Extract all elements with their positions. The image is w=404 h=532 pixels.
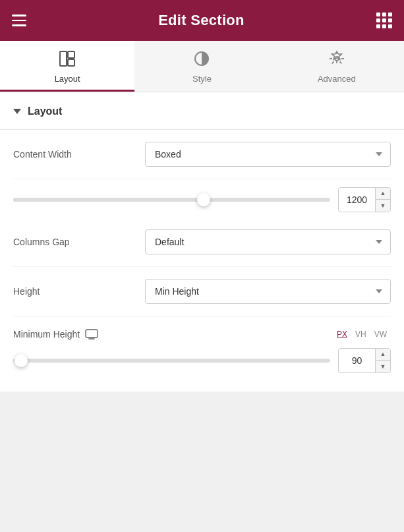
- columns-gap-control: Default No Gap Narrow Extended Wide Wide…: [145, 229, 391, 254]
- columns-gap-label: Columns Gap: [13, 237, 145, 247]
- section-heading: Layout: [0, 92, 404, 130]
- section-heading-title: Layout: [28, 105, 62, 117]
- svg-rect-0: [60, 51, 67, 66]
- min-height-label-row: Minimum Height PX VH VW: [13, 316, 391, 340]
- width-slider-thumb[interactable]: [197, 193, 210, 206]
- svg-rect-1: [68, 51, 74, 58]
- width-spinner-down[interactable]: ▼: [376, 200, 390, 212]
- content-width-row: Content Width Boxed Full Width: [13, 130, 391, 179]
- tab-style-label: Style: [192, 74, 212, 84]
- min-height-slider-track: [13, 359, 330, 363]
- width-slider-track: [13, 198, 330, 202]
- min-height-slider-container: 90 ▲ ▼: [13, 348, 391, 373]
- tab-bar: Layout Style Advanced: [0, 41, 404, 92]
- content-width-select[interactable]: Boxed Full Width: [145, 142, 391, 167]
- min-height-spinner-up[interactable]: ▲: [376, 349, 390, 361]
- style-icon: [193, 50, 210, 70]
- menu-button[interactable]: [12, 15, 26, 26]
- tab-style[interactable]: Style: [134, 41, 269, 92]
- min-height-spinners: ▲ ▼: [375, 349, 390, 372]
- header: Edit Section: [0, 0, 404, 41]
- svg-rect-2: [68, 59, 74, 66]
- min-height-spinner-down[interactable]: ▼: [376, 361, 390, 372]
- width-number-input[interactable]: 1200: [339, 189, 375, 210]
- width-spinners: ▲ ▼: [375, 188, 390, 212]
- min-height-slider-row: 90 ▲ ▼: [13, 340, 391, 378]
- advanced-icon: [328, 50, 345, 70]
- tab-layout-label: Layout: [55, 74, 80, 84]
- hamburger-icon: [12, 15, 26, 26]
- width-spinner-up[interactable]: ▲: [376, 188, 390, 200]
- min-height-label: Minimum Height: [13, 329, 98, 340]
- page-title: Edit Section: [158, 12, 245, 29]
- min-height-slider-thumb[interactable]: [14, 354, 28, 367]
- width-number-input-group: 1200 ▲ ▼: [338, 187, 391, 212]
- content-width-control: Boxed Full Width: [145, 142, 391, 167]
- content-width-label: Content Width: [13, 149, 145, 160]
- apps-button[interactable]: [376, 13, 392, 28]
- unit-vw[interactable]: VW: [370, 328, 391, 340]
- grid-icon: [376, 13, 392, 28]
- width-slider-container: 1200 ▲ ▼: [13, 187, 391, 212]
- content-area: Content Width Boxed Full Width 1200 ▲ ▼: [0, 130, 404, 392]
- min-height-number-input-group: 90 ▲ ▼: [338, 348, 391, 373]
- columns-gap-select[interactable]: Default No Gap Narrow Extended Wide Wide…: [145, 229, 391, 254]
- collapse-icon[interactable]: [13, 109, 21, 114]
- width-slider-fill: [13, 198, 204, 202]
- columns-gap-row: Columns Gap Default No Gap Narrow Extend…: [13, 218, 391, 267]
- height-select[interactable]: Default Min Height Fit to Screen: [145, 279, 391, 304]
- monitor-icon: [85, 329, 98, 340]
- tab-advanced-label: Advanced: [318, 74, 356, 84]
- min-height-slider-track-wrapper[interactable]: [13, 359, 330, 363]
- unit-vh[interactable]: VH: [351, 328, 370, 340]
- svg-rect-5: [86, 330, 98, 338]
- layout-icon: [59, 50, 76, 70]
- tab-layout[interactable]: Layout: [0, 41, 134, 92]
- height-row: Height Default Min Height Fit to Screen: [13, 267, 391, 316]
- unit-px[interactable]: PX: [333, 328, 351, 340]
- width-slider-row: 1200 ▲ ▼: [13, 179, 391, 218]
- tab-advanced[interactable]: Advanced: [270, 41, 404, 92]
- min-height-number-input[interactable]: 90: [339, 350, 375, 371]
- height-control: Default Min Height Fit to Screen: [145, 279, 391, 304]
- unit-selector: PX VH VW: [333, 328, 391, 340]
- height-label: Height: [13, 286, 145, 297]
- width-slider-track-wrapper[interactable]: [13, 198, 330, 202]
